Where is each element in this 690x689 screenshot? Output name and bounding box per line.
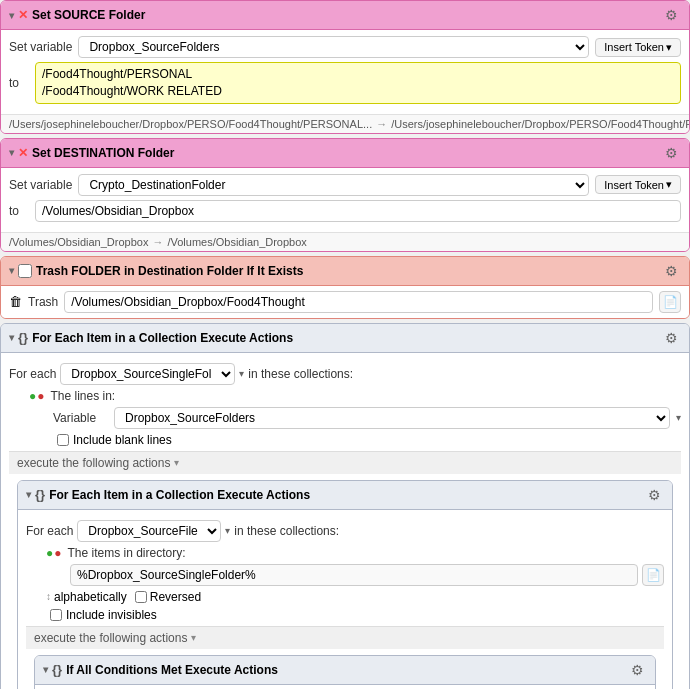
foreach-inner-file-button[interactable]: 📄: [642, 564, 664, 586]
if-gear-button[interactable]: ⚙: [627, 660, 647, 680]
foreach-inner-header-left: ▾ {} For Each Item in a Collection Execu…: [26, 487, 310, 502]
if-section: ▾ {} If All Conditions Met Execute Actio…: [34, 655, 656, 689]
foreach-inner-execute-arrow: ▾: [191, 632, 196, 643]
foreach-inner-item-chevron: ▾: [225, 525, 230, 536]
trash-file-button[interactable]: 📄: [659, 291, 681, 313]
source-folder-header: ▾ ✕ Set SOURCE Folder ⚙: [1, 1, 689, 30]
if-header-left: ▾ {} If All Conditions Met Execute Actio…: [43, 662, 278, 677]
dest-chevron-icon[interactable]: ▾: [9, 147, 14, 158]
foreach-inner-item-select[interactable]: Dropbox_SourceFile: [77, 520, 221, 542]
source-folder-section: ▾ ✕ Set SOURCE Folder ⚙ Set variable Dro…: [0, 0, 690, 134]
dest-folder-body: Set variable Crypto_DestinationFolder In…: [1, 168, 689, 232]
foreach-outer-variable-select[interactable]: Dropbox_SourceFolders: [114, 407, 670, 429]
foreach-inner-execute-label: execute the following actions: [34, 631, 187, 645]
dest-x-icon: ✕: [18, 146, 28, 160]
foreach-inner-chevron[interactable]: ▾: [26, 489, 31, 500]
foreach-inner-directory-row: 📄: [70, 564, 664, 586]
foreach-outer-curly-icon: {}: [18, 330, 28, 345]
foreach-inner-reversed-checkbox[interactable]: [135, 591, 147, 603]
foreach-outer-green-dot: ●: [29, 389, 36, 403]
foreach-outer-execute-label: execute the following actions: [17, 456, 170, 470]
foreach-inner-in-these-label: in these collections:: [234, 524, 339, 538]
if-section-header: ▾ {} If All Conditions Met Execute Actio…: [35, 656, 655, 685]
if-body: If ↕ all of the following are true: (cli…: [35, 685, 655, 689]
source-chevron-icon[interactable]: ▾: [9, 10, 14, 21]
trash-label: Trash: [28, 295, 58, 309]
dest-insert-token-label: Insert Token: [604, 179, 664, 191]
foreach-inner-header: ▾ {} For Each Item in a Collection Execu…: [18, 481, 672, 510]
source-gear-button[interactable]: ⚙: [661, 5, 681, 25]
foreach-outer-header: ▾ {} For Each Item in a Collection Execu…: [1, 324, 689, 353]
source-to-row: to /Food4Thought/PERSONAL /Food4Thought/…: [9, 62, 681, 104]
foreach-outer-in-these-label: in these collections:: [248, 367, 353, 381]
dest-variable-select[interactable]: Crypto_DestinationFolder: [78, 174, 589, 196]
dest-path-preview: /Volumes/Obsidian_Dropbox → /Volumes/Obs…: [1, 232, 689, 251]
foreach-outer-title: For Each Item in a Collection Execute Ac…: [32, 331, 293, 345]
foreach-outer-item-chevron: ▾: [239, 368, 244, 379]
foreach-outer-chevron[interactable]: ▾: [9, 332, 14, 343]
foreach-inner-curly-icon: {}: [35, 487, 45, 502]
source-variable-select[interactable]: Dropbox_SourceFolders: [78, 36, 589, 58]
foreach-inner-alphabetically-label: alphabetically: [54, 590, 127, 604]
source-set-variable-label: Set variable: [9, 40, 72, 54]
foreach-inner-reversed-label: Reversed: [150, 590, 201, 604]
dest-folder-title: Set DESTINATION Folder: [32, 146, 174, 160]
dest-folder-section: ▾ ✕ Set DESTINATION Folder ⚙ Set variabl…: [0, 138, 690, 252]
foreach-inner-gear-button[interactable]: ⚙: [644, 485, 664, 505]
foreach-inner-sort-icon: ↕: [46, 591, 51, 602]
foreach-outer-for-each-row: For each Dropbox_SourceSingleFol ▾ in th…: [9, 359, 681, 389]
foreach-inner-directory-input[interactable]: [70, 564, 638, 586]
foreach-inner-for-each-label: For each: [26, 524, 73, 538]
foreach-outer-lines-row: ● ● The lines in:: [29, 389, 681, 403]
foreach-outer-gear-button[interactable]: ⚙: [661, 328, 681, 348]
dest-insert-token-chevron: ▾: [666, 178, 672, 191]
foreach-outer-blank-lines-checkbox[interactable]: [57, 434, 69, 446]
source-path-dest: /Users/josephineleboucher/Dropbox/PERSO/…: [391, 118, 689, 130]
trash-chevron-icon[interactable]: ▾: [9, 265, 14, 276]
dest-to-value[interactable]: [35, 200, 681, 222]
foreach-outer-variable-chevron: ▾: [676, 412, 681, 423]
dest-insert-token-button[interactable]: Insert Token ▾: [595, 175, 681, 194]
dest-path-arrow: →: [152, 236, 163, 248]
source-insert-token-button[interactable]: Insert Token ▾: [595, 38, 681, 57]
foreach-inner-sort-row: ↕ alphabetically Reversed: [46, 590, 664, 604]
foreach-inner-invisibles-label: Include invisibles: [66, 608, 157, 622]
source-header-left: ▾ ✕ Set SOURCE Folder: [9, 8, 145, 22]
dest-to-row: to: [9, 200, 681, 222]
foreach-inner-items-row: ● ● The items in directory:: [46, 546, 664, 560]
if-chevron[interactable]: ▾: [43, 664, 48, 675]
foreach-outer-variable-row: Variable Dropbox_SourceFolders ▾: [53, 407, 681, 429]
source-to-label: to: [9, 76, 29, 90]
trash-gear-button[interactable]: ⚙: [661, 261, 681, 281]
dest-folder-header: ▾ ✕ Set DESTINATION Folder ⚙: [1, 139, 689, 168]
dest-set-variable-label: Set variable: [9, 178, 72, 192]
trash-header-left: ▾ Trash FOLDER in Destination Folder If …: [9, 264, 303, 278]
source-path-text: /Users/josephineleboucher/Dropbox/PERSO/…: [9, 118, 372, 130]
foreach-inner-title: For Each Item in a Collection Execute Ac…: [49, 488, 310, 502]
foreach-inner-green-dot: ●: [46, 546, 53, 560]
trash-folder-header: ▾ Trash FOLDER in Destination Folder If …: [1, 257, 689, 286]
foreach-outer-red-dot: ●: [37, 389, 44, 403]
source-set-variable-row: Set variable Dropbox_SourceFolders Inser…: [9, 36, 681, 58]
foreach-inner-body: For each Dropbox_SourceFile ▾ in these c…: [18, 510, 672, 689]
trash-folder-title: Trash FOLDER in Destination Folder If It…: [36, 264, 303, 278]
source-folder-value[interactable]: /Food4Thought/PERSONAL /Food4Thought/WOR…: [35, 62, 681, 104]
dest-to-label: to: [9, 204, 29, 218]
foreach-inner-invisibles-checkbox[interactable]: [50, 609, 62, 621]
foreach-inner-section: ▾ {} For Each Item in a Collection Execu…: [17, 480, 673, 689]
dest-gear-button[interactable]: ⚙: [661, 143, 681, 163]
foreach-outer-blank-lines-label: Include blank lines: [73, 433, 172, 447]
trash-path-input[interactable]: [64, 291, 653, 313]
foreach-outer-radio-icons: ● ●: [29, 389, 45, 403]
foreach-inner-sort-left: ↕ alphabetically: [46, 590, 127, 604]
foreach-outer-section: ▾ {} For Each Item in a Collection Execu…: [0, 323, 690, 689]
trash-enabled-checkbox[interactable]: [18, 264, 32, 278]
source-path-preview: /Users/josephineleboucher/Dropbox/PERSO/…: [1, 114, 689, 133]
if-curly-icon: {}: [52, 662, 62, 677]
foreach-inner-items-label: The items in directory:: [68, 546, 186, 560]
foreach-outer-item-select[interactable]: Dropbox_SourceSingleFol: [60, 363, 235, 385]
dest-path-dest: /Volumes/Obsidian_Dropbox: [167, 236, 306, 248]
source-folder-title: Set SOURCE Folder: [32, 8, 145, 22]
foreach-outer-lines-label: The lines in:: [51, 389, 116, 403]
foreach-outer-body: For each Dropbox_SourceSingleFol ▾ in th…: [1, 353, 689, 689]
